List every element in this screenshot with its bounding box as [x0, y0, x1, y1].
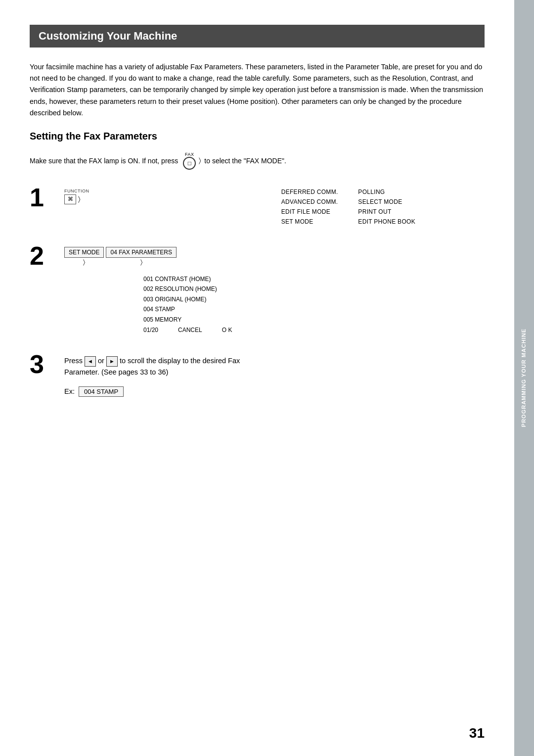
fax-instruction: Make sure that the FAX lamp is ON. If no…	[30, 152, 485, 170]
menu-item-5: PRINT OUT	[358, 208, 415, 215]
step1-inner: FUNCTION ⌘ 〉 DEFERRED COMM. POLLING ADVA…	[64, 189, 485, 225]
menu-item-3: SELECT MODE	[358, 198, 415, 205]
step1-key-area: FUNCTION ⌘ 〉	[64, 189, 114, 204]
menu-panel: DEFERRED COMM. POLLING ADVANCED COMM. SE…	[281, 189, 415, 225]
fax-label: FAX	[185, 152, 194, 157]
param-0: 001 CONTRAST (HOME)	[143, 274, 485, 284]
menu-item-2: ADVANCED COMM.	[281, 198, 339, 205]
step-1-number: 1	[30, 185, 54, 210]
step-3-content: Press ◄ or ► to scroll the display to th…	[64, 351, 485, 397]
fax-param-btn-area: 04 FAX PARAMETERS 〉	[106, 247, 176, 266]
fax-button-icon: FAX □	[183, 152, 196, 170]
body-paragraph: Your facsimile machine has a variety of …	[30, 61, 485, 119]
hand-icon: 〉	[199, 156, 201, 165]
step3-text2: to scroll the display to the desired Fax	[120, 357, 240, 365]
step-2-number: 2	[30, 243, 54, 269]
page-number: 31	[469, 725, 485, 741]
hand-below-1: 〉	[83, 258, 85, 266]
param-3: 004 STAMP	[143, 304, 485, 314]
fax-param-btn[interactable]: 04 FAX PARAMETERS	[106, 247, 176, 258]
menu-item-1: POLLING	[358, 189, 415, 195]
param-2: 003 ORIGINAL (HOME)	[143, 294, 485, 304]
ex-box: Ex: 004 STAMP	[64, 386, 485, 397]
right-sidebar: PROGRAMMING YOUR MACHINE	[514, 0, 534, 756]
menu-item-4: EDIT FILE MODE	[281, 208, 339, 215]
sidebar-label: PROGRAMMING YOUR MACHINE	[521, 329, 527, 427]
set-mode-btn[interactable]: SET MODE	[64, 247, 104, 258]
param-1: 002 RESOLUTION (HOME)	[143, 284, 485, 294]
arrow-left-btn[interactable]: ◄	[85, 356, 96, 367]
fax-instruction-before: Make sure that the FAX lamp is ON. If no…	[30, 157, 178, 165]
function-key-label: FUNCTION	[64, 189, 89, 193]
fax-instruction-after: to select the "FAX MODE".	[204, 157, 286, 165]
page-title: Customizing Your Machine	[30, 25, 485, 47]
hand-below-2: 〉	[140, 258, 142, 266]
param-list-status: 01/20 CANCEL O K	[143, 327, 485, 333]
cursor-hand-1: 〉	[78, 195, 81, 203]
menu-item-7: EDIT PHONE BOOK	[358, 218, 415, 225]
step3-text3: Parameter. (See pages 33 to 36)	[64, 368, 168, 376]
fax-circle-icon: □	[183, 157, 196, 170]
function-key-icon: ⌘ 〉	[64, 194, 81, 204]
arrow-right-btn[interactable]: ►	[106, 356, 118, 367]
ex-label: Ex:	[64, 387, 75, 395]
sub-heading: Setting the Fax Parameters	[30, 131, 485, 142]
param-list: 001 CONTRAST (HOME) 002 RESOLUTION (HOME…	[143, 274, 485, 325]
step-3-row: 3 Press ◄ or ► to scroll the display to …	[30, 351, 485, 397]
step-3-number: 3	[30, 351, 54, 377]
step1-menu: DEFERRED COMM. POLLING ADVANCED COMM. SE…	[114, 189, 485, 225]
menu-item-0: DEFERRED COMM.	[281, 189, 339, 195]
step-1-content: FUNCTION ⌘ 〉 DEFERRED COMM. POLLING ADVA…	[64, 185, 485, 225]
step2-inner: SET MODE 〉 04 FAX PARAMETERS 〉 001 CONTR…	[64, 247, 485, 333]
step3-press: Press	[64, 357, 83, 365]
step3-text: Press ◄ or ► to scroll the display to th…	[64, 355, 485, 378]
page-container: Customizing Your Machine Your facsimile …	[0, 0, 514, 756]
step-2-content: SET MODE 〉 04 FAX PARAMETERS 〉 001 CONTR…	[64, 243, 485, 333]
menu-item-6: SET MODE	[281, 218, 339, 225]
function-key-area: FUNCTION ⌘ 〉	[64, 189, 114, 204]
step3-or: or	[98, 357, 104, 365]
status-cancel: CANCEL	[178, 327, 202, 333]
status-page: 01/20	[143, 327, 158, 333]
step-1-row: 1 FUNCTION ⌘ 〉 DEFERRED COMM. POLLING	[30, 185, 485, 225]
param-4: 005 MEMORY	[143, 315, 485, 325]
status-ok: O K	[222, 327, 232, 333]
step-2-row: 2 SET MODE 〉 04 FAX PARAMETERS 〉 001 CON…	[30, 243, 485, 333]
ex-stamp-value: 004 STAMP	[79, 386, 124, 397]
set-mode-btn-area: SET MODE 〉	[64, 247, 104, 266]
function-key-box: ⌘	[64, 194, 76, 204]
step2-buttons-row: SET MODE 〉 04 FAX PARAMETERS 〉	[64, 247, 485, 266]
